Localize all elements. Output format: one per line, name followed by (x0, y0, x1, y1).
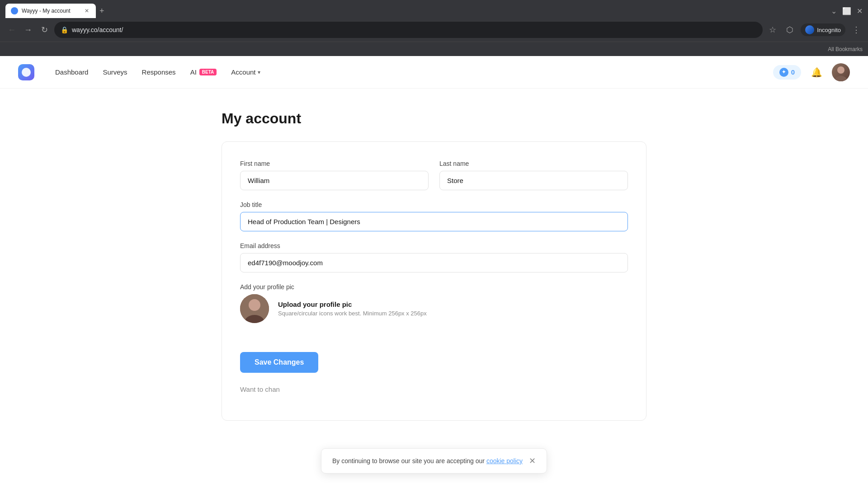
email-label: Email address (240, 242, 628, 249)
last-name-group: Last name (439, 160, 628, 190)
bookmark-star-icon[interactable]: ☆ (766, 23, 779, 36)
app-header: Dashboard Surveys Responses AI BETA Acco… (0, 56, 868, 89)
points-count: 0 (791, 68, 795, 76)
email-group: Email address (240, 242, 628, 272)
tab-close-button[interactable]: ✕ (83, 7, 90, 14)
nav-account[interactable]: Account ▾ (225, 65, 266, 80)
browser-profile-icon (805, 25, 814, 34)
upload-hint: Square/circular icons work best. Minimum… (278, 310, 427, 317)
cookie-banner: By continuing to browse our site you are… (321, 448, 547, 474)
svg-point-0 (837, 66, 844, 74)
first-name-label: First name (240, 160, 429, 167)
browser-chrome: Wayyy - My account ✕ + ⌄ ⬜ ✕ ← → ↻ 🔒 way… (0, 0, 868, 56)
job-title-label: Job title (240, 201, 628, 208)
tab-title: Wayyy - My account (22, 8, 80, 14)
chevron-down-icon: ▾ (258, 69, 260, 75)
bookmarks-label[interactable]: All Bookmarks (828, 46, 863, 52)
back-button[interactable]: ← (5, 23, 18, 36)
address-bar[interactable]: 🔒 wayyy.co/account/ (54, 22, 763, 38)
page-title: My account (222, 110, 646, 127)
upload-label[interactable]: Upload your profile pic (278, 300, 427, 308)
nav-responses[interactable]: Responses (136, 65, 182, 80)
cookie-text: By continuing to browse our site you are… (332, 457, 523, 465)
app-logo[interactable] (18, 64, 34, 80)
browser-profile-area[interactable]: Incognito (801, 23, 845, 36)
browser-profile-label: Incognito (817, 27, 841, 33)
first-name-group: First name (240, 160, 429, 190)
window-close[interactable]: ✕ (857, 7, 863, 15)
nav-surveys[interactable]: Surveys (96, 65, 133, 80)
beta-badge: BETA (199, 69, 217, 75)
profile-pic-image (240, 294, 269, 323)
window-maximize[interactable]: ⬜ (842, 7, 851, 15)
name-row: First name Last name (240, 160, 628, 190)
nav-dashboard[interactable]: Dashboard (49, 65, 94, 80)
profile-pic-label: Add your profile pic (240, 283, 628, 291)
profile-pic-info: Upload your profile pic Square/circular … (278, 300, 427, 317)
reload-button[interactable]: ↻ (38, 23, 51, 36)
want-change-section: Want to chan (240, 376, 628, 402)
points-icon: ✦ (779, 68, 788, 77)
new-tab-button[interactable]: + (99, 6, 104, 16)
cookie-policy-link[interactable]: cookie policy (486, 457, 523, 465)
nav-ai[interactable]: AI BETA (184, 65, 223, 80)
url-text: wayyy.co/account/ (72, 26, 123, 33)
toolbar-actions: ☆ ⬡ Incognito ⋮ (766, 23, 863, 36)
settings-icon[interactable]: ⋮ (850, 23, 863, 36)
email-row: Email address (240, 242, 628, 272)
forward-button[interactable]: → (22, 23, 34, 36)
points-badge[interactable]: ✦ 0 (773, 65, 801, 80)
app-wrapper: Dashboard Surveys Responses AI BETA Acco… (0, 56, 868, 488)
header-right: ✦ 0 🔔 (773, 63, 850, 81)
browser-toolbar: ← → ↻ 🔒 wayyy.co/account/ ☆ ⬡ Incognito … (0, 18, 868, 42)
page-content: My account First name Last name Job titl… (185, 89, 683, 442)
cookie-close-button[interactable]: ✕ (529, 456, 536, 466)
job-title-input[interactable] (240, 212, 628, 231)
account-form-card: First name Last name Job title Email ad (222, 141, 646, 421)
nav-account-label: Account (231, 68, 255, 76)
bookmarks-bar: All Bookmarks (0, 42, 868, 56)
logo-icon (22, 68, 31, 77)
save-changes-button[interactable]: Save Changes (240, 352, 318, 373)
main-nav: Dashboard Surveys Responses AI BETA Acco… (49, 65, 773, 80)
notifications-bell-icon[interactable]: 🔔 (808, 64, 825, 80)
email-input[interactable] (240, 253, 628, 272)
last-name-label: Last name (439, 160, 628, 167)
profile-pic-preview (240, 294, 269, 323)
browser-tab[interactable]: Wayyy - My account ✕ (5, 4, 96, 18)
tab-favicon (11, 7, 18, 14)
job-title-row: Job title (240, 201, 628, 231)
avatar[interactable] (832, 63, 850, 81)
first-name-input[interactable] (240, 171, 429, 190)
want-change-text: Want to chan (240, 385, 280, 393)
last-name-input[interactable] (439, 171, 628, 190)
lock-icon: 🔒 (61, 26, 68, 33)
nav-ai-label: AI (190, 68, 197, 76)
browser-title-bar: Wayyy - My account ✕ + ⌄ ⬜ ✕ (0, 0, 868, 18)
avatar-image (832, 63, 850, 81)
window-controls: ⌄ ⬜ ✕ (831, 7, 863, 15)
window-minimize[interactable]: ⌄ (831, 7, 837, 15)
svg-point-1 (835, 76, 847, 81)
profile-pic-group: Add your profile pic Upload your profil (240, 283, 628, 338)
profile-pic-section: Upload your profile pic Square/circular … (240, 294, 628, 323)
job-title-group: Job title (240, 201, 628, 231)
extension-puzzle-icon[interactable]: ⬡ (783, 23, 796, 36)
svg-point-3 (249, 299, 260, 311)
